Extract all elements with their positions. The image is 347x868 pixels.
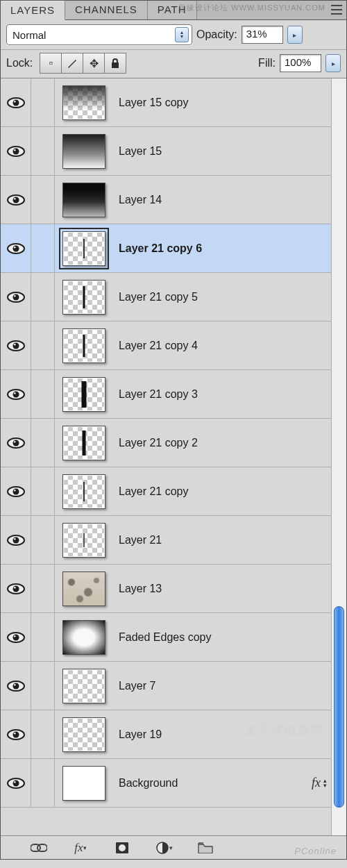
layer-mask-icon[interactable]	[113, 840, 131, 856]
panel-menu-icon[interactable]	[331, 5, 342, 15]
layer-thumbnail[interactable]	[55, 328, 113, 363]
layer-row[interactable]: Backgroundfx▴▾	[1, 759, 331, 808]
link-cell[interactable]	[31, 467, 55, 515]
layer-name-label[interactable]: Faded Edges copy	[113, 631, 331, 644]
layer-name-label[interactable]: Layer 7	[113, 680, 331, 692]
visibility-toggle[interactable]	[1, 127, 31, 175]
layer-row[interactable]: Layer 21 copy 5	[1, 273, 331, 322]
layer-thumbnail[interactable]	[55, 85, 113, 120]
lock-transparent-icon[interactable]: ▫	[40, 53, 62, 74]
layer-row[interactable]: Layer 21 copy 2	[1, 419, 331, 467]
visibility-toggle[interactable]	[1, 710, 31, 758]
layer-name-label[interactable]: Layer 15	[113, 145, 331, 158]
link-cell[interactable]	[31, 759, 55, 807]
visibility-toggle[interactable]	[1, 759, 31, 807]
visibility-toggle[interactable]	[1, 273, 31, 321]
layer-thumbnail[interactable]	[55, 571, 113, 606]
layer-thumbnail[interactable]	[55, 426, 113, 460]
layer-thumbnail[interactable]	[55, 766, 113, 801]
link-cell[interactable]	[31, 78, 55, 126]
visibility-toggle[interactable]	[1, 467, 31, 515]
layer-row[interactable]: Faded Edges copy	[1, 613, 331, 662]
link-cell[interactable]	[31, 662, 55, 710]
layer-name-label[interactable]: Layer 21 copy 3	[113, 388, 331, 401]
layer-row[interactable]: Layer 21 copy 4	[1, 322, 331, 370]
layer-row[interactable]: Layer 15	[1, 127, 331, 176]
layer-row[interactable]: Layer 15 copy	[1, 78, 331, 127]
link-cell[interactable]	[31, 370, 55, 418]
visibility-toggle[interactable]	[1, 176, 31, 224]
visibility-toggle[interactable]	[1, 419, 31, 467]
visibility-toggle[interactable]	[1, 370, 31, 418]
link-cell[interactable]	[31, 176, 55, 224]
layer-name-label[interactable]: Background	[113, 777, 289, 790]
svg-point-29	[14, 538, 16, 540]
fill-dropdown-icon[interactable]: ▸	[325, 54, 341, 72]
layer-row[interactable]: Layer 21 copy 6	[1, 224, 331, 273]
layer-thumbnail[interactable]	[55, 134, 113, 169]
layer-name-label[interactable]: Layer 19	[113, 728, 331, 741]
link-cell[interactable]	[31, 419, 55, 467]
layer-name-label[interactable]: Layer 21 copy 2	[113, 437, 331, 449]
layer-name-label[interactable]: Layer 15 copy	[113, 97, 331, 109]
layer-thumbnail[interactable]	[55, 474, 113, 509]
tab-channels[interactable]: CHANNELS	[65, 1, 148, 19]
visibility-toggle[interactable]	[1, 224, 31, 272]
scrollbar[interactable]	[331, 78, 346, 835]
link-cell[interactable]	[31, 710, 55, 758]
layer-thumbnail[interactable]	[55, 523, 113, 558]
opacity-dropdown-icon[interactable]: ▸	[287, 26, 303, 44]
layer-row[interactable]: Layer 13	[1, 565, 331, 613]
visibility-toggle[interactable]	[1, 322, 31, 369]
opacity-input[interactable]: 31%	[242, 26, 283, 44]
layer-name-label[interactable]: Layer 13	[113, 583, 331, 595]
link-cell[interactable]	[31, 224, 55, 272]
visibility-toggle[interactable]	[1, 662, 31, 710]
layer-name-label[interactable]: Layer 21 copy 4	[113, 340, 331, 352]
layer-fx-icon[interactable]: fx▾	[71, 840, 90, 856]
adjustment-layer-icon[interactable]: ▾	[155, 840, 173, 856]
visibility-toggle[interactable]	[1, 565, 31, 612]
layer-name-label[interactable]: Layer 21 copy 5	[113, 291, 331, 303]
layer-thumbnail[interactable]	[55, 620, 113, 655]
layer-row[interactable]: Layer 19	[1, 710, 331, 759]
lock-brush-icon[interactable]	[61, 53, 83, 74]
link-cell[interactable]	[31, 322, 55, 369]
layer-name-label[interactable]: Layer 14	[113, 194, 331, 206]
link-cell[interactable]	[31, 273, 55, 321]
layer-row[interactable]: Layer 21	[1, 516, 331, 565]
layer-row[interactable]: Layer 21 copy 3	[1, 370, 331, 419]
new-group-icon[interactable]	[196, 840, 214, 856]
layer-row[interactable]: Layer 14	[1, 176, 331, 224]
layer-list: Layer 15 copyLayer 15Layer 14Layer 21 co…	[1, 78, 346, 835]
blend-mode-spinner-icon[interactable]	[175, 27, 189, 42]
link-layers-icon[interactable]	[30, 840, 48, 856]
link-cell[interactable]	[31, 565, 55, 612]
layer-fx-indicator[interactable]: fx▴▾	[289, 776, 331, 790]
tab-paths[interactable]: PATH	[148, 1, 197, 19]
layer-thumbnail[interactable]	[55, 280, 113, 315]
lock-move-icon[interactable]: ✥	[83, 53, 105, 74]
svg-point-32	[14, 587, 16, 589]
layer-thumbnail[interactable]	[55, 377, 113, 412]
layer-row[interactable]: Layer 7	[1, 662, 331, 710]
layer-thumbnail[interactable]	[55, 231, 113, 266]
layer-name-label[interactable]: Layer 21	[113, 534, 331, 546]
fill-input[interactable]: 100%	[280, 54, 321, 72]
tab-layers[interactable]: LAYERS	[1, 1, 65, 20]
layer-thumbnail[interactable]	[55, 669, 113, 703]
visibility-toggle[interactable]	[1, 516, 31, 564]
lock-all-icon[interactable]	[104, 53, 126, 74]
visibility-toggle[interactable]	[1, 613, 31, 661]
layer-thumbnail[interactable]	[55, 717, 113, 752]
link-cell[interactable]	[31, 613, 55, 661]
link-cell[interactable]	[31, 127, 55, 175]
blend-mode-select[interactable]: Normal	[6, 24, 192, 45]
link-cell[interactable]	[31, 516, 55, 564]
layer-row[interactable]: Layer 21 copy	[1, 467, 331, 516]
layer-name-label[interactable]: Layer 21 copy	[113, 485, 331, 498]
scroll-thumb[interactable]	[334, 606, 344, 808]
layer-thumbnail[interactable]	[55, 183, 113, 217]
visibility-toggle[interactable]	[1, 78, 31, 126]
layer-name-label[interactable]: Layer 21 copy 6	[113, 242, 331, 255]
